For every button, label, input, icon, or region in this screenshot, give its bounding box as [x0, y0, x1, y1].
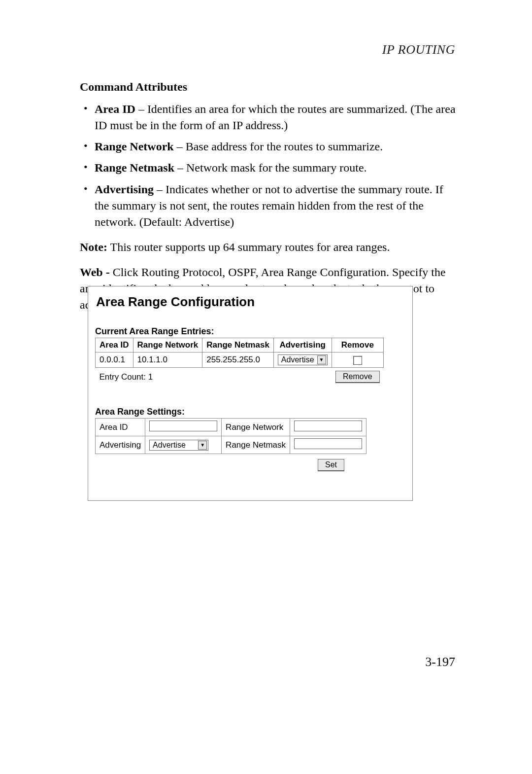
- label-area-id: Area ID: [96, 419, 145, 436]
- list-item: Range Netmask – Network mask for the sum…: [80, 160, 459, 176]
- area-id-input[interactable]: [149, 421, 217, 431]
- th-range-network: Range Network: [133, 338, 202, 352]
- list-item: Area ID – Identifies an area for which t…: [80, 101, 459, 134]
- table-row: 0.0.0.1 10.1.1.0 255.255.255.0 Advertise…: [96, 352, 384, 368]
- th-area-id: Area ID: [96, 338, 133, 352]
- range-network-input[interactable]: [294, 421, 362, 431]
- term-advertising: Advertising: [95, 183, 154, 196]
- settings-row: Advertising Advertise ▼ Range Netmask: [96, 436, 366, 454]
- advertising-select-value: Advertise: [281, 355, 314, 364]
- running-header: IP ROUTING: [382, 42, 455, 57]
- term-range-netmask: Range Netmask: [95, 161, 174, 174]
- list-item: Range Network – Base address for the rou…: [80, 139, 459, 155]
- advertising-select[interactable]: Advertise ▼: [278, 354, 328, 365]
- chevron-down-icon: ▼: [317, 355, 326, 364]
- cell-advertising: Advertise ▼: [273, 352, 332, 368]
- config-panel: Area Range Configuration Current Area Ra…: [88, 286, 413, 501]
- web-lead: Web -: [80, 266, 110, 279]
- term-range-network: Range Network: [95, 140, 174, 153]
- note-paragraph: Note: This router supports up 64 summary…: [80, 239, 459, 255]
- running-header-text: IP ROUTING: [382, 42, 455, 57]
- table-header-row: Area ID Range Network Range Netmask Adve…: [96, 338, 384, 352]
- desc-area-id: – Identifies an area for which the route…: [95, 103, 456, 132]
- label-advertising: Advertising: [96, 436, 145, 454]
- section-title: Command Attributes: [80, 79, 459, 95]
- label-range-network: Range Network: [222, 419, 290, 436]
- cell-area-id: 0.0.0.1: [96, 352, 133, 368]
- desc-range-netmask: – Network mask for the summary route.: [174, 161, 367, 174]
- settings-table: Area ID Range Network Advertising Advert…: [95, 418, 366, 454]
- table-footer-row: Entry Count: 1 Remove: [96, 368, 384, 386]
- settings-advertising-value: Advertise: [153, 441, 186, 450]
- set-button[interactable]: Set: [318, 459, 344, 471]
- term-area-id: Area ID: [95, 103, 135, 115]
- cell-range-network: 10.1.1.0: [133, 352, 202, 368]
- cell-remove: [332, 352, 384, 368]
- list-item: Advertising – Indicates whether or not t…: [80, 181, 459, 230]
- th-range-netmask: Range Netmask: [202, 338, 274, 352]
- note-lead: Note:: [80, 241, 107, 253]
- settings-row: Area ID Range Network: [96, 419, 366, 436]
- th-remove: Remove: [332, 338, 384, 352]
- note-text: This router supports up 64 summary route…: [107, 241, 390, 253]
- page-number: 3-197: [425, 655, 455, 669]
- remove-checkbox[interactable]: [353, 356, 362, 365]
- attribute-list: Area ID – Identifies an area for which t…: [80, 101, 459, 230]
- th-advertising: Advertising: [273, 338, 332, 352]
- desc-range-network: – Base address for the routes to summari…: [174, 140, 383, 153]
- entry-count: Entry Count: 1: [96, 368, 332, 386]
- settings-advertising-select[interactable]: Advertise ▼: [149, 440, 208, 451]
- remove-button[interactable]: Remove: [335, 371, 380, 383]
- entries-label: Current Area Range Entries:: [95, 326, 405, 337]
- range-netmask-input[interactable]: [294, 438, 362, 449]
- cell-range-netmask: 255.255.255.0: [202, 352, 274, 368]
- entries-table: Area ID Range Network Range Netmask Adve…: [95, 338, 384, 385]
- label-range-netmask: Range Netmask: [222, 436, 290, 454]
- chevron-down-icon: ▼: [198, 441, 207, 450]
- panel-title: Area Range Configuration: [96, 294, 405, 310]
- settings-label: Area Range Settings:: [95, 407, 405, 417]
